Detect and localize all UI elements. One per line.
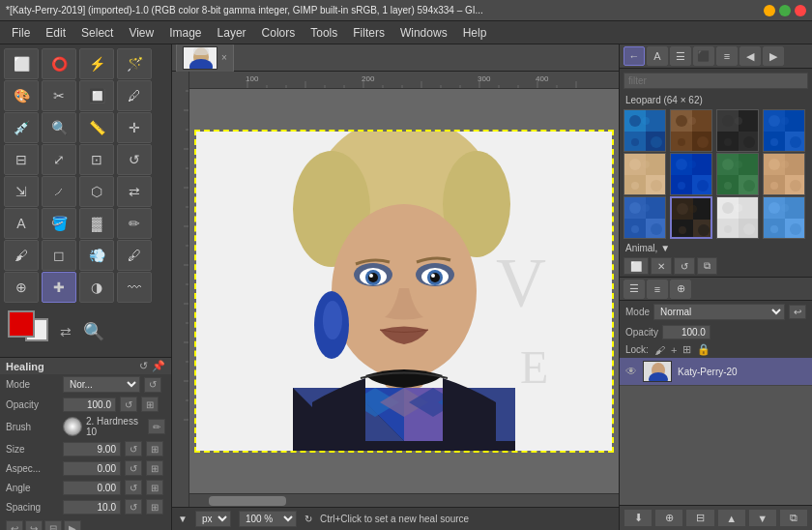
opacity-reset-btn[interactable]: ↺ xyxy=(120,397,137,412)
mode-reset-btn[interactable]: ↺ xyxy=(144,377,161,393)
maximize-button[interactable] xyxy=(779,5,791,16)
foreground-color[interactable] xyxy=(8,310,35,338)
size-reset-btn[interactable]: ↺ xyxy=(125,441,142,456)
eraser-tool[interactable]: ◻ xyxy=(42,240,76,271)
flip-tool[interactable]: ⇄ xyxy=(117,176,152,207)
tool-options-pin-icon[interactable]: 📌 xyxy=(152,360,165,372)
pattern-cell-1[interactable] xyxy=(670,109,712,152)
pattern-tag-more[interactable]: ▼ xyxy=(660,243,670,253)
right-tab-next[interactable]: ▶ xyxy=(763,46,784,66)
menu-item-tools[interactable]: Tools xyxy=(303,24,345,42)
pattern-cell-5[interactable] xyxy=(670,153,712,195)
zoom-select[interactable]: 100 % xyxy=(239,511,297,527)
pattern-new-btn[interactable]: ⧉ xyxy=(697,257,717,275)
pattern-delete-btn[interactable]: ✕ xyxy=(651,257,672,275)
size-dynamics-btn[interactable]: ⊞ xyxy=(146,441,163,456)
minimize-button[interactable] xyxy=(764,5,775,16)
crop-tool[interactable]: ⊡ xyxy=(79,144,114,175)
foreground-select-tool[interactable]: 🔲 xyxy=(79,80,114,111)
lock-pixels-btn[interactable]: 🖌 xyxy=(654,344,665,356)
right-tab-fonts[interactable]: A xyxy=(647,46,668,66)
mode-select[interactable]: Nor... xyxy=(63,376,140,393)
layer-to-bottom-btn[interactable]: ⬇ xyxy=(624,509,652,527)
brush-edit-btn[interactable]: ✏ xyxy=(148,419,165,434)
close-button[interactable] xyxy=(795,5,806,16)
lock-all-btn[interactable]: 🔒 xyxy=(697,343,710,356)
menu-item-colors[interactable]: Colors xyxy=(254,24,304,42)
paintbrush-tool[interactable]: 🖌 xyxy=(4,240,39,271)
aspect-reset-btn[interactable]: ↺ xyxy=(125,460,142,476)
menu-item-filters[interactable]: Filters xyxy=(345,24,392,42)
color-picker-tool[interactable]: 💉 xyxy=(4,112,39,143)
pattern-cell-6[interactable] xyxy=(716,153,759,195)
horizontal-scrollbar[interactable] xyxy=(189,493,619,507)
layer-item[interactable]: 👁 Katy-Perry-20 xyxy=(620,358,812,386)
blend-tool[interactable]: ▓ xyxy=(79,208,114,239)
menu-item-layer[interactable]: Layer xyxy=(210,24,254,42)
canvas-tab[interactable]: × xyxy=(176,44,234,73)
perspective-tool[interactable]: ⬡ xyxy=(79,176,114,207)
layer-visibility-icon[interactable]: 👁 xyxy=(625,365,637,378)
pattern-cell-3[interactable] xyxy=(763,109,805,152)
free-select-tool[interactable]: ⚡ xyxy=(79,48,114,79)
smudge-tool[interactable]: 〰 xyxy=(117,272,152,303)
image-canvas[interactable]: V E xyxy=(189,89,619,493)
panel-options-btn[interactable]: ⊟ xyxy=(44,520,62,530)
opacity-dynamics-btn[interactable]: ⊞ xyxy=(141,397,159,412)
layers-tab-channels[interactable]: ≡ xyxy=(647,280,668,299)
measure-tool[interactable]: 📏 xyxy=(79,112,114,143)
align-tool[interactable]: ⊟ xyxy=(4,144,39,175)
rect-select-tool[interactable]: ⬜ xyxy=(4,48,39,79)
right-tab-gradients[interactable]: ≡ xyxy=(716,46,738,66)
pattern-cell-11[interactable] xyxy=(763,196,805,239)
heal-tool[interactable]: ✚ xyxy=(42,272,76,303)
aspect-dynamics-btn[interactable]: ⊞ xyxy=(146,460,163,476)
filter-input[interactable] xyxy=(624,73,808,89)
clone-tool[interactable]: ⊕ xyxy=(4,272,39,303)
layer-duplicate-btn[interactable]: ⧉ xyxy=(779,509,808,527)
menu-item-image[interactable]: Image xyxy=(161,24,209,42)
scissors-select-tool[interactable]: ✂ xyxy=(42,80,76,111)
pencil-tool[interactable]: ✏ xyxy=(117,208,152,239)
transform-tool[interactable]: ⤢ xyxy=(42,144,76,175)
menu-item-select[interactable]: Select xyxy=(73,24,121,42)
ink-tool[interactable]: 🖋 xyxy=(117,240,152,271)
pattern-cell-4[interactable] xyxy=(624,153,666,195)
right-tab-brushes[interactable]: ☰ xyxy=(670,46,691,66)
angle-input[interactable] xyxy=(63,481,121,495)
panel-redo-btn[interactable]: ↪ xyxy=(25,520,43,530)
menu-item-view[interactable]: View xyxy=(121,24,161,42)
swap-colors-icon[interactable]: ⇄ xyxy=(60,324,72,339)
layer-down-btn[interactable]: ▼ xyxy=(748,509,777,527)
layers-tab-paths[interactable]: ⊕ xyxy=(670,280,691,299)
spacing-dynamics-btn[interactable]: ⊞ xyxy=(146,499,163,515)
text-tool[interactable]: A xyxy=(4,208,39,239)
select-by-color-tool[interactable]: 🎨 xyxy=(4,80,39,111)
pattern-cell-7[interactable] xyxy=(763,153,805,195)
tool-options-reset-icon[interactable]: ↺ xyxy=(139,360,148,372)
layer-history-btn[interactable]: ↩ xyxy=(789,305,806,319)
pattern-cell-8[interactable] xyxy=(624,196,666,239)
rotate-tool[interactable]: ↺ xyxy=(117,144,152,175)
angle-reset-btn[interactable]: ↺ xyxy=(125,480,142,495)
menu-item-windows[interactable]: Windows xyxy=(392,24,455,42)
pattern-cell-10[interactable] xyxy=(716,196,759,239)
pattern-duplicate-btn[interactable]: ↺ xyxy=(674,257,695,275)
right-tab-swatches[interactable]: ⬛ xyxy=(693,46,714,66)
menu-item-file[interactable]: File xyxy=(4,24,38,42)
spacing-reset-btn[interactable]: ↺ xyxy=(125,499,142,515)
pattern-refresh-btn[interactable]: ⬜ xyxy=(624,257,649,275)
scale-tool[interactable]: ⇲ xyxy=(4,176,39,207)
fuzzy-select-tool[interactable]: 🪄 xyxy=(117,48,152,79)
right-tab-prev[interactable]: ◀ xyxy=(740,46,761,66)
pattern-cell-9[interactable] xyxy=(670,196,712,239)
ellipse-select-tool[interactable]: ⭕ xyxy=(42,48,76,79)
paths-tool[interactable]: 🖊 xyxy=(117,80,152,111)
menu-item-help[interactable]: Help xyxy=(455,24,495,42)
lock-alpha-btn[interactable]: ⊞ xyxy=(682,343,691,356)
menu-item-edit[interactable]: Edit xyxy=(38,24,73,42)
layers-tab-layers[interactable]: ☰ xyxy=(624,280,645,299)
size-input[interactable] xyxy=(63,442,121,456)
layer-opacity-input[interactable] xyxy=(662,325,710,339)
angle-dynamics-btn[interactable]: ⊞ xyxy=(146,480,163,495)
